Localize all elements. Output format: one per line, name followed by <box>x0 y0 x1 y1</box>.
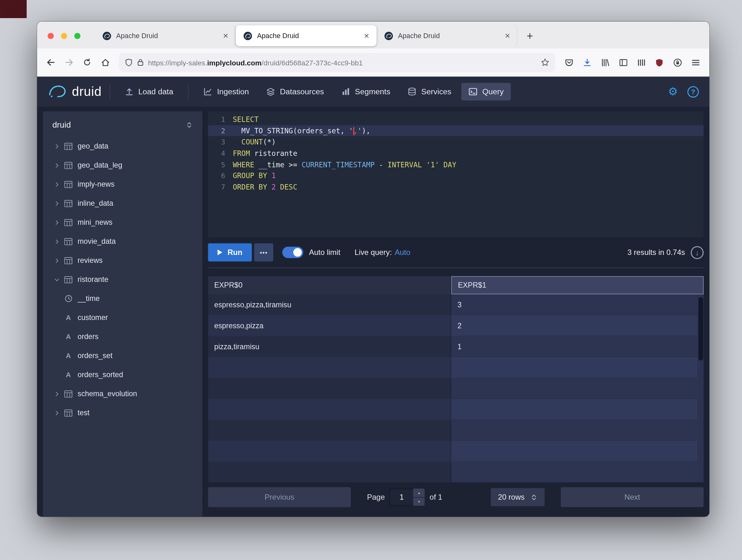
browser-tab[interactable]: Apache Druid× <box>95 26 236 46</box>
page-label: Page <box>367 493 385 502</box>
nav-item-services[interactable]: Services <box>400 83 458 101</box>
chevron-right-icon[interactable] <box>50 144 63 149</box>
nav-label: Query <box>482 87 504 97</box>
menu-hamburger-icon[interactable] <box>686 54 704 71</box>
privacy-icon[interactable] <box>669 54 686 71</box>
druid-favicon-icon <box>244 31 253 40</box>
next-page-button[interactable]: Next <box>561 487 704 507</box>
tree-item-schema-evolution[interactable]: schema_evolution <box>43 385 203 404</box>
tab-close-icon[interactable]: × <box>361 30 373 42</box>
result-cell[interactable]: 3 <box>451 294 704 315</box>
tree-item-movie-data[interactable]: movie_data <box>43 232 203 251</box>
nav-label: Load data <box>139 87 173 97</box>
tree-item-geo-data[interactable]: geo_data <box>43 137 203 156</box>
rows-per-page-select[interactable]: 20 rows <box>491 488 545 506</box>
tree-item-mini-news[interactable]: mini_news <box>43 213 203 232</box>
sort-icon[interactable] <box>186 121 193 129</box>
chevron-right-icon[interactable] <box>50 182 63 187</box>
empty-row <box>208 357 704 378</box>
extension-icon[interactable] <box>632 54 650 71</box>
help-icon[interactable]: ? <box>687 86 699 97</box>
minimize-window-button[interactable] <box>61 33 67 39</box>
live-query-value[interactable]: Auto <box>395 248 410 257</box>
close-window-button[interactable] <box>48 33 54 39</box>
chevron-right-icon[interactable] <box>50 258 63 263</box>
chevron-right-icon[interactable] <box>50 239 63 244</box>
nav-item-load-data[interactable]: Load data <box>117 83 180 101</box>
chevron-right-icon[interactable] <box>50 220 63 225</box>
tree-item-test[interactable]: test <box>43 404 203 422</box>
scrollbar-thumb[interactable] <box>698 297 703 361</box>
reload-icon[interactable] <box>78 54 96 71</box>
library-icon[interactable] <box>596 54 614 71</box>
pocket-icon[interactable] <box>560 54 578 71</box>
sql-editor[interactable]: 1SELECT2 MV_TO_STRING(orders_set, ','),3… <box>208 111 704 237</box>
nav-item-query[interactable]: Query <box>462 83 511 101</box>
result-cell[interactable]: 1 <box>451 336 704 357</box>
result-cell[interactable]: pizza,tiramisu <box>208 336 452 357</box>
result-cell[interactable]: 2 <box>451 315 704 336</box>
home-icon[interactable] <box>96 54 114 71</box>
download-results-icon[interactable]: ↓ <box>691 246 704 259</box>
forward-icon[interactable] <box>60 54 78 71</box>
tree-item-label: mini_news <box>78 218 113 227</box>
previous-page-button[interactable]: Previous <box>208 487 351 507</box>
tree-item-orders-set[interactable]: Aorders_set <box>43 346 203 365</box>
header-nav-primary: Load data <box>117 83 180 101</box>
bookmark-star-icon[interactable] <box>541 58 549 67</box>
page-step-down-icon[interactable]: ▼ <box>414 498 425 506</box>
nav-item-segments[interactable]: Segments <box>334 83 398 101</box>
chevron-right-icon[interactable] <box>50 162 63 168</box>
table-row[interactable]: pizza,tiramisu1 <box>208 336 704 357</box>
auto-limit-toggle[interactable] <box>282 247 303 258</box>
ublock-shield-icon[interactable] <box>650 54 669 71</box>
nav-item-ingestion[interactable]: Ingestion <box>196 83 256 101</box>
tree-item-geo-data-leg[interactable]: geo_data_leg <box>43 156 203 175</box>
column-header-expr-0[interactable]: EXPR$0 <box>208 276 452 294</box>
chevron-right-icon[interactable] <box>50 201 63 206</box>
tab-close-icon[interactable]: × <box>220 30 232 42</box>
druid-logo-icon <box>48 84 68 100</box>
zoom-window-button[interactable] <box>74 33 81 39</box>
tracking-shield-icon[interactable] <box>125 58 133 67</box>
result-cell[interactable]: espresso,pizza <box>208 315 452 336</box>
download-icon[interactable] <box>578 54 596 71</box>
nav-item-datasources[interactable]: Datasources <box>259 83 331 101</box>
chevron-down-icon[interactable] <box>50 277 63 282</box>
code-line: 2 MV_TO_STRING(orders_set, ','), <box>208 125 704 137</box>
tree-item-ristorante[interactable]: ristorante <box>43 270 203 289</box>
browser-tab[interactable]: Apache Druid× <box>377 26 518 46</box>
new-tab-button[interactable]: + <box>521 27 539 44</box>
tree-item-imply-news[interactable]: imply-news <box>43 175 203 194</box>
schema-sidebar: druid geo_datageo_data_legimply-newsinli… <box>43 111 203 517</box>
tree-item-orders[interactable]: Aorders <box>43 327 203 346</box>
table-row[interactable]: espresso,pizza,tiramisu3 <box>208 294 704 315</box>
result-cell[interactable]: espresso,pizza,tiramisu <box>208 294 452 315</box>
back-icon[interactable] <box>42 54 60 71</box>
main-area: druid geo_datageo_data_legimply-newsinli… <box>37 107 709 517</box>
tab-close-icon[interactable]: × <box>501 30 514 42</box>
tree-item-customer[interactable]: Acustomer <box>43 308 203 327</box>
code-text: GROUP BY 1 <box>233 171 276 180</box>
chevron-right-icon[interactable] <box>50 410 63 416</box>
chevron-right-icon[interactable] <box>50 391 63 397</box>
druid-logo[interactable]: druid <box>48 84 102 100</box>
run-more-button[interactable]: ••• <box>254 244 273 262</box>
page-step-up-icon[interactable]: ▲ <box>414 489 425 497</box>
tree-item-time[interactable]: __time <box>43 289 203 308</box>
column-header-expr-1[interactable]: EXPR$1 <box>451 276 704 294</box>
browser-tab[interactable]: Apache Druid× <box>236 26 377 46</box>
tree-item-inline-data[interactable]: inline_data <box>43 194 203 213</box>
lock-icon[interactable] <box>137 59 144 66</box>
tree-item-reviews[interactable]: reviews <box>43 251 203 270</box>
page-stepper: ▲ ▼ <box>414 489 425 506</box>
table-row[interactable]: espresso,pizza2 <box>208 315 704 336</box>
sidebar-toggle-icon[interactable] <box>614 54 632 71</box>
page-number-input[interactable]: 1 <box>390 489 414 506</box>
vertical-scrollbar[interactable] <box>698 294 704 482</box>
gear-icon[interactable]: ⚙ <box>668 86 678 98</box>
run-button[interactable]: Run <box>208 244 252 262</box>
url-bar[interactable]: https://imply-sales.implycloud.com/druid… <box>119 53 555 72</box>
code-line: 4FROM ristorante <box>208 148 704 159</box>
tree-item-orders-sorted[interactable]: Aorders_sorted <box>43 365 203 385</box>
